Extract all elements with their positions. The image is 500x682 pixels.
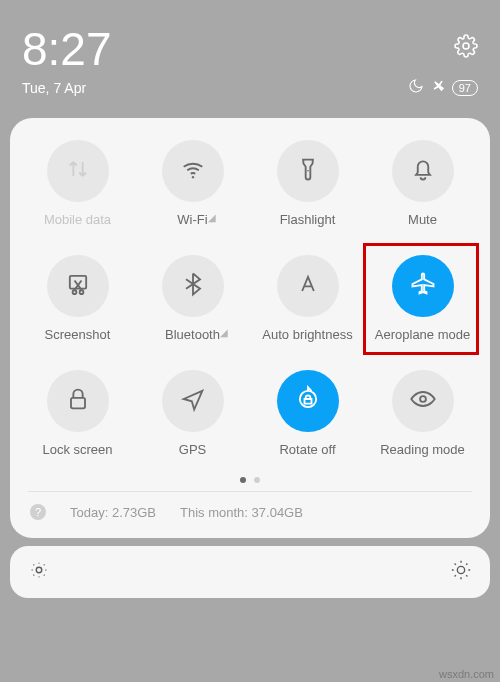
tile-flashlight[interactable]: Flashlight	[250, 140, 365, 227]
tile-gps[interactable]: GPS	[135, 370, 250, 457]
rotate-lock-icon	[294, 385, 322, 417]
auto-brightness-icon	[294, 270, 322, 302]
airplane-icon	[409, 270, 437, 302]
svg-rect-2	[69, 276, 85, 289]
tile-screenshot[interactable]: Screenshot	[20, 255, 135, 342]
expand-icon[interactable]: ◢	[220, 327, 228, 338]
status-bar: 8:27 Tue, 7 Apr 97	[0, 0, 500, 108]
eye-icon	[409, 385, 437, 417]
lock-icon	[64, 385, 92, 417]
usage-today-value: 2.73GB	[112, 505, 156, 520]
tile-aeroplane-mode[interactable]: Aeroplane mode	[365, 255, 480, 342]
location-arrow-icon	[179, 385, 207, 417]
svg-point-9	[457, 566, 464, 573]
tile-reading-mode[interactable]: Reading mode	[365, 370, 480, 457]
clock: 8:27	[22, 22, 112, 76]
svg-point-4	[79, 290, 83, 294]
tile-label: Mute	[408, 212, 437, 227]
page-indicator	[20, 477, 480, 483]
svg-point-3	[72, 290, 76, 294]
battery-indicator: 97	[452, 80, 478, 96]
tile-bluetooth[interactable]: Bluetooth ◢	[135, 255, 250, 342]
dnd-moon-icon	[408, 78, 424, 98]
tile-label: Reading mode	[380, 442, 465, 457]
tile-label: Bluetooth	[165, 327, 220, 342]
brightness-slider[interactable]	[10, 546, 490, 598]
tile-lock-screen[interactable]: Lock screen	[20, 370, 135, 457]
usage-month-label: This month:	[180, 505, 248, 520]
tile-wifi[interactable]: Wi-Fi ◢	[135, 140, 250, 227]
svg-point-8	[36, 567, 42, 573]
mobile-data-icon	[64, 155, 92, 187]
tile-mobile-data[interactable]: Mobile data	[20, 140, 135, 227]
page-dot-2	[254, 477, 260, 483]
svg-rect-5	[71, 398, 85, 409]
screenshot-icon	[64, 270, 92, 302]
usage-month-value: 37.04GB	[252, 505, 303, 520]
usage-today-label: Today:	[70, 505, 108, 520]
tile-label: Screenshot	[45, 327, 111, 342]
watermark: wsxdn.com	[439, 668, 494, 680]
svg-point-1	[191, 176, 193, 178]
brightness-low-icon	[28, 559, 50, 585]
tile-label: GPS	[179, 442, 206, 457]
wifi-icon	[179, 155, 207, 187]
tile-rotate-off[interactable]: Rotate off	[250, 370, 365, 457]
settings-gear-icon[interactable]	[454, 22, 478, 62]
tile-label: Lock screen	[42, 442, 112, 457]
bell-icon	[409, 155, 437, 187]
tile-mute[interactable]: Mute	[365, 140, 480, 227]
svg-point-0	[463, 43, 469, 49]
bluetooth-icon	[179, 270, 207, 302]
tile-label: Wi-Fi	[177, 212, 207, 227]
tile-auto-brightness[interactable]: Auto brightness	[250, 255, 365, 342]
airplane-status-icon	[430, 78, 446, 98]
tile-label: Aeroplane mode	[375, 327, 470, 342]
tile-label: Flashlight	[280, 212, 336, 227]
expand-icon[interactable]: ◢	[208, 212, 216, 223]
svg-point-7	[420, 396, 426, 402]
page-dot-1	[240, 477, 246, 483]
tile-label: Auto brightness	[262, 327, 352, 342]
info-icon: ?	[30, 504, 46, 520]
tile-label: Rotate off	[279, 442, 335, 457]
status-icons: 97	[408, 78, 478, 98]
date: Tue, 7 Apr	[22, 80, 86, 96]
flashlight-icon	[294, 155, 322, 187]
tile-label: Mobile data	[44, 212, 111, 227]
brightness-high-icon	[450, 559, 472, 585]
data-usage-row[interactable]: ? Today: 2.73GB This month: 37.04GB	[20, 500, 480, 524]
quick-settings-panel: Mobile data Wi-Fi ◢ Flashlight Mute Scre…	[10, 118, 490, 538]
divider	[28, 491, 472, 492]
